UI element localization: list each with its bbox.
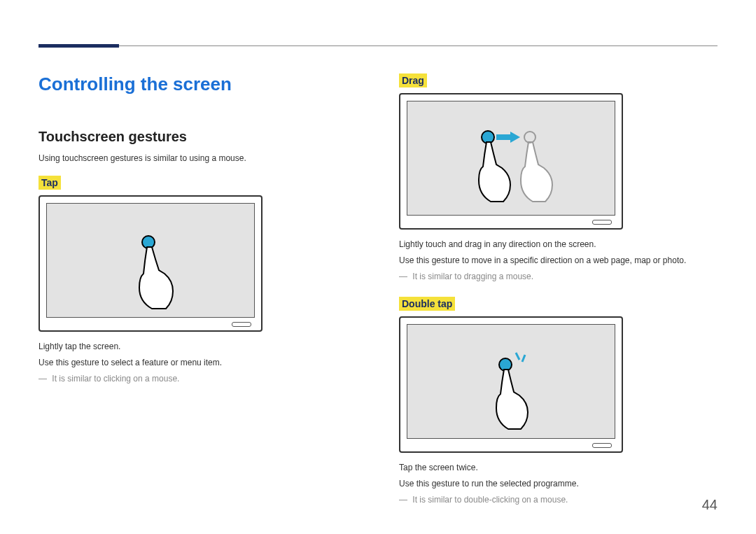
svg-point-4 xyxy=(524,132,536,143)
svg-line-5 xyxy=(516,353,519,360)
gesture-tap-desc1: Lightly tap the screen. xyxy=(38,340,357,353)
left-column: Controlling the screen Touchscreen gestu… xyxy=(38,73,357,519)
gesture-double-tap-desc1: Tap the screen twice. xyxy=(399,461,718,475)
hand-drag-icon xyxy=(460,126,572,210)
header-accent xyxy=(38,44,119,48)
gesture-tap-title: Tap xyxy=(38,176,61,190)
gesture-drag-desc1: Lightly touch and drag in any direction … xyxy=(399,238,718,251)
gesture-drag-desc2: Use this gesture to move in a specific d… xyxy=(399,254,718,267)
svg-line-6 xyxy=(522,355,525,362)
gesture-drag-title: Drag xyxy=(399,73,427,87)
page-number: 44 xyxy=(702,497,718,513)
header-divider xyxy=(38,45,718,46)
right-column: Drag Lightly touch and drag in any direc… xyxy=(399,73,718,519)
gesture-tap-desc2: Use this gesture to select a feature or … xyxy=(38,356,357,370)
gesture-double-tap: Double tap Tap the screen twice. Use thi… xyxy=(399,297,718,507)
svg-rect-1 xyxy=(496,134,510,140)
gesture-double-tap-desc2: Use this gesture to run the selected pro… xyxy=(399,477,718,491)
gesture-tap-illustration xyxy=(38,195,262,332)
content-columns: Controlling the screen Touchscreen gestu… xyxy=(38,73,718,519)
section-intro: Using touchscreen gestures is similar to… xyxy=(38,153,357,163)
page-title: Controlling the screen xyxy=(38,73,357,95)
gesture-double-tap-illustration xyxy=(399,316,623,453)
gesture-drag-note: It is similar to dragging a mouse. xyxy=(399,270,718,283)
gesture-tap-note: It is similar to clicking on a mouse. xyxy=(38,372,357,386)
svg-marker-2 xyxy=(510,132,520,143)
gesture-drag-illustration xyxy=(399,93,623,230)
gesture-tap: Tap Lightly tap the screen. Use this ges… xyxy=(38,176,357,386)
gesture-drag: Drag Lightly touch and drag in any direc… xyxy=(399,73,718,284)
hand-tap-icon xyxy=(124,232,187,316)
gesture-double-tap-title: Double tap xyxy=(399,297,455,311)
gesture-double-tap-note: It is similar to double-clicking on a mo… xyxy=(399,493,718,507)
section-heading: Touchscreen gestures xyxy=(38,129,357,145)
hand-double-tap-icon xyxy=(477,349,554,433)
